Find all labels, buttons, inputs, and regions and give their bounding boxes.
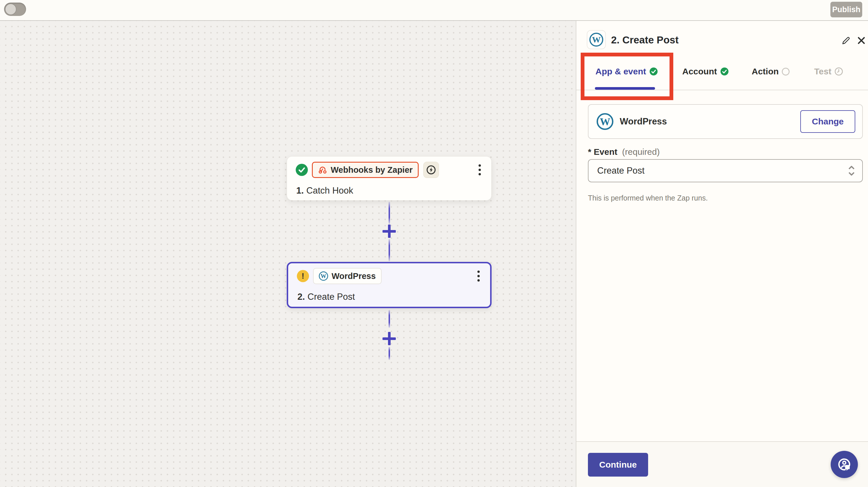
- toggle-knob: [5, 3, 17, 15]
- step-title: 1. Catch Hook: [287, 178, 491, 196]
- tab-app-and-event[interactable]: App & event: [595, 66, 658, 77]
- tab-account[interactable]: Account: [682, 66, 729, 77]
- connector-line: [389, 202, 390, 224]
- lightning-icon: [426, 165, 436, 175]
- app-selector-row: WordPress Change: [588, 104, 863, 139]
- trigger-bolt-button[interactable]: [423, 162, 439, 178]
- event-help-text: This is performed when the Zap runs.: [588, 194, 708, 202]
- incomplete-circle-icon: [782, 68, 789, 75]
- panel-app-chip: [587, 30, 606, 49]
- step-name: Catch Hook: [306, 185, 353, 196]
- tab-label: Action: [752, 66, 779, 77]
- step-config-panel: 2. Create Post App & event Account Actio…: [576, 21, 868, 487]
- step-number: 1.: [296, 185, 304, 196]
- panel-header: 2. Create Post: [576, 21, 868, 58]
- step-success-icon: [296, 164, 308, 176]
- active-tab-underline: [595, 87, 655, 90]
- app-pill-label: Webhooks by Zapier: [331, 165, 412, 175]
- check-circle-icon: [649, 67, 658, 76]
- add-step-button[interactable]: [382, 332, 396, 345]
- zap-editor-canvas: Webhooks by Zapier 1. Catch Hook ! WordP…: [0, 21, 576, 487]
- app-pill-webhooks[interactable]: Webhooks by Zapier: [312, 162, 418, 178]
- tab-test[interactable]: Test: [814, 66, 843, 77]
- connector-line: [389, 310, 390, 328]
- select-chevrons-icon: [847, 165, 856, 177]
- support-headset-icon: [836, 456, 852, 473]
- wordpress-icon: [589, 33, 603, 47]
- event-field-label: * Event (required): [588, 147, 660, 157]
- app-pill-label: WordPress: [332, 271, 376, 281]
- tab-action[interactable]: Action: [752, 66, 789, 77]
- step-title: 2. Create Post: [288, 284, 490, 302]
- panel-title: 2. Create Post: [611, 34, 679, 46]
- publish-button[interactable]: Publish: [830, 2, 862, 18]
- tab-label: App & event: [595, 66, 646, 77]
- step-number: 2.: [298, 292, 305, 302]
- connector-line: [389, 347, 390, 360]
- tab-label: Test: [814, 66, 831, 77]
- step-menu-button[interactable]: [476, 163, 483, 177]
- tab-label: Account: [682, 66, 717, 77]
- editor-mode-toggle[interactable]: [4, 3, 26, 16]
- rename-step-button[interactable]: [840, 34, 852, 47]
- wordpress-icon: [319, 271, 328, 281]
- top-bar: Publish: [0, 0, 868, 21]
- change-app-button[interactable]: Change: [800, 110, 855, 133]
- selected-app-name: WordPress: [620, 116, 667, 127]
- event-select-value: Create Post: [597, 165, 645, 176]
- step-warning-icon: !: [297, 270, 309, 282]
- continue-button[interactable]: Continue: [588, 453, 648, 477]
- step-menu-button[interactable]: [475, 269, 482, 283]
- config-tabs: App & event Account Action Test: [576, 58, 868, 90]
- webhook-icon: [318, 165, 327, 175]
- wordpress-icon: [597, 113, 613, 130]
- check-circle-icon: [720, 67, 729, 76]
- connector-line: [389, 239, 390, 261]
- step-card-catch-hook[interactable]: Webhooks by Zapier 1. Catch Hook: [287, 156, 492, 201]
- panel-footer: Continue: [576, 441, 868, 487]
- close-icon: [856, 35, 867, 46]
- field-label-text: Event: [594, 147, 617, 156]
- close-panel-button[interactable]: [855, 34, 868, 47]
- step-card-create-post[interactable]: ! WordPress 2. Create Post: [287, 262, 492, 308]
- step-name: Create Post: [308, 292, 355, 302]
- required-marker: *: [588, 147, 591, 156]
- add-step-button[interactable]: [382, 224, 396, 238]
- clock-icon: [834, 67, 843, 76]
- app-pill-wordpress[interactable]: WordPress: [313, 268, 382, 284]
- required-note: (required): [622, 147, 660, 156]
- event-select[interactable]: Create Post: [588, 159, 863, 182]
- pencil-icon: [840, 35, 851, 46]
- support-fab-button[interactable]: [831, 451, 858, 478]
